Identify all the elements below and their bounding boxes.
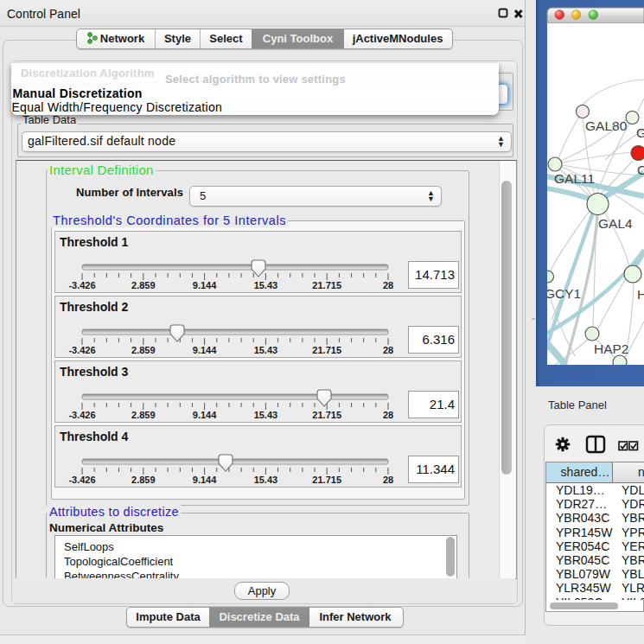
- svg-text:9.144: 9.144: [193, 475, 217, 485]
- svg-text:15.43: 15.43: [254, 345, 278, 355]
- svg-text:-3.426: -3.426: [68, 410, 95, 420]
- svg-text:GA: GA: [636, 125, 644, 140]
- svg-text:28: 28: [383, 475, 393, 485]
- svg-text:GCY1: GCY1: [545, 286, 581, 301]
- svg-text:2.859: 2.859: [131, 410, 156, 420]
- svg-text:2.859: 2.859: [131, 345, 156, 355]
- svg-text:21.715: 21.715: [312, 280, 341, 290]
- svg-text:9.144: 9.144: [193, 345, 217, 355]
- svg-text:28: 28: [383, 280, 393, 290]
- svg-text:15.43: 15.43: [254, 475, 278, 485]
- svg-text:9.144: 9.144: [193, 280, 217, 290]
- svg-text:15.43: 15.43: [254, 280, 278, 290]
- svg-text:21.715: 21.715: [312, 475, 341, 485]
- svg-text:GAL11: GAL11: [554, 171, 595, 186]
- svg-text:-3.426: -3.426: [68, 280, 95, 290]
- svg-text:2.859: 2.859: [131, 280, 156, 290]
- svg-text:21.715: 21.715: [312, 345, 341, 355]
- svg-text:H: H: [637, 287, 644, 302]
- svg-text:21.715: 21.715: [312, 410, 341, 420]
- svg-text:-3.426: -3.426: [68, 345, 95, 355]
- svg-text:HAP2: HAP2: [594, 341, 629, 356]
- svg-text:28: 28: [383, 345, 393, 355]
- svg-text:2.859: 2.859: [131, 475, 156, 485]
- svg-text:9.144: 9.144: [193, 410, 217, 420]
- svg-text:-3.426: -3.426: [68, 475, 95, 485]
- svg-text:15.43: 15.43: [254, 410, 278, 420]
- svg-text:C: C: [637, 163, 644, 177]
- svg-text:GAL80: GAL80: [585, 118, 628, 133]
- svg-text:28: 28: [383, 410, 393, 420]
- svg-text:GAL4: GAL4: [598, 216, 633, 231]
